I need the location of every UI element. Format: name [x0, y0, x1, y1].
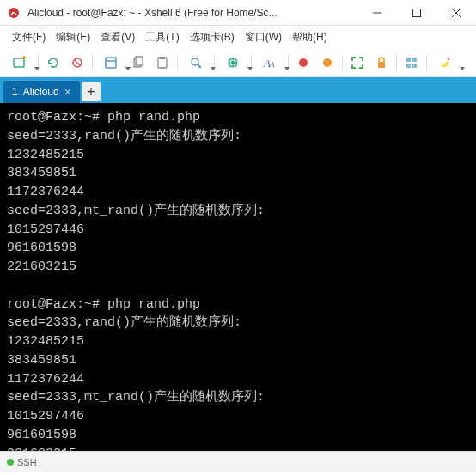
highlight-button[interactable] — [430, 52, 460, 74]
svg-rect-8 — [106, 58, 116, 68]
tab-label: Alicloud — [23, 86, 59, 98]
terminal-line: root@Fazx:~# php rand.php — [7, 108, 469, 127]
terminal-line: 1232485215 — [7, 146, 469, 165]
terminal-line: 221603215 — [7, 258, 469, 277]
tab-index: 1 — [12, 86, 18, 98]
toolbar-separator — [342, 54, 343, 71]
terminal-line: seed=2333,rand()产生的随机数序列: — [7, 314, 469, 332]
svg-point-21 — [299, 58, 308, 67]
toolbar-separator — [426, 54, 427, 71]
svg-rect-11 — [136, 57, 143, 65]
window-title: Alicloud - root@Fazx: ~ - Xshell 6 (Free… — [27, 7, 357, 19]
new-session-button[interactable] — [5, 52, 34, 74]
terminal-line: 1172376244 — [7, 183, 469, 202]
toolbar: AA — [0, 48, 476, 77]
terminal-line: 961601598 — [7, 239, 469, 258]
menu-window[interactable]: 窗口(W) — [240, 27, 287, 47]
svg-rect-23 — [378, 62, 385, 68]
menubar: 文件(F) 编辑(E) 查看(V) 工具(T) 选项卡(B) 窗口(W) 帮助(… — [0, 26, 476, 48]
terminal-line: seed=2333,mt_rand()产生的随机数序列: — [7, 388, 469, 407]
svg-rect-5 — [14, 58, 24, 67]
minimize-button[interactable] — [357, 0, 397, 26]
chevron-down-icon — [284, 67, 290, 70]
terminal-line: root@Fazx:~# php rand.php — [7, 295, 469, 314]
tabbar: 1 Alicloud × + — [0, 77, 476, 103]
svg-rect-13 — [160, 57, 165, 59]
terminal[interactable]: root@Fazx:~# php rand.phpseed=2333,rand(… — [0, 103, 476, 451]
chevron-down-icon — [211, 67, 216, 70]
svg-point-16 — [228, 58, 238, 68]
status-dot-icon — [7, 459, 14, 466]
terminal-line: 1232485215 — [7, 332, 469, 351]
toolbar-separator — [92, 54, 93, 71]
menu-edit[interactable]: 编辑(E) — [51, 27, 95, 47]
grid-button[interactable] — [400, 52, 423, 74]
terminal-line: 383459851 — [7, 164, 469, 183]
close-button[interactable] — [436, 0, 476, 26]
terminal-line: seed=2333,rand()产生的随机数序列: — [7, 127, 469, 146]
properties-button[interactable] — [96, 52, 125, 74]
terminal-line — [7, 277, 469, 295]
terminal-line: 1172376244 — [7, 370, 469, 389]
svg-point-14 — [192, 58, 198, 65]
menu-tools[interactable]: 工具(T) — [140, 27, 184, 47]
svg-rect-24 — [406, 58, 411, 62]
terminal-line: 961601598 — [7, 426, 469, 445]
paste-button[interactable] — [151, 52, 174, 74]
app-icon — [5, 4, 22, 21]
menu-help[interactable]: 帮助(H) — [287, 27, 333, 47]
titlebar: Alicloud - root@Fazx: ~ - Xshell 6 (Free… — [0, 0, 476, 26]
status-ssh: SSH — [7, 457, 37, 467]
terminal-line: 221603215 — [7, 445, 469, 452]
svg-rect-2 — [413, 9, 421, 16]
red-circle-button[interactable] — [292, 52, 314, 74]
svg-rect-27 — [412, 64, 417, 68]
lock-button[interactable] — [370, 52, 393, 74]
svg-text:A: A — [269, 60, 275, 69]
menu-tabs[interactable]: 选项卡(B) — [185, 27, 240, 47]
copy-button[interactable] — [127, 52, 150, 74]
terminal-line: seed=2333,mt_rand()产生的随机数序列: — [7, 202, 469, 221]
menu-view[interactable]: 查看(V) — [95, 27, 140, 47]
chevron-down-icon — [460, 67, 465, 70]
chevron-down-icon — [34, 67, 40, 70]
reconnect-button[interactable] — [42, 52, 64, 74]
orange-circle-button[interactable] — [316, 52, 339, 74]
terminal-line: 1015297446 — [7, 407, 469, 426]
toolbar-separator — [177, 54, 178, 71]
chevron-down-icon — [247, 67, 253, 70]
maximize-button[interactable] — [397, 0, 436, 26]
svg-line-7 — [75, 60, 80, 65]
status-ssh-label: SSH — [17, 457, 37, 467]
fullscreen-button[interactable] — [346, 52, 369, 74]
font-button[interactable]: AA — [255, 52, 284, 74]
menu-file[interactable]: 文件(F) — [7, 27, 51, 47]
terminal-line: 1015297446 — [7, 221, 469, 240]
svg-point-22 — [323, 58, 332, 67]
svg-rect-25 — [412, 58, 417, 62]
disconnect-button[interactable] — [66, 52, 88, 74]
statusbar: SSH — [0, 451, 476, 472]
find-button[interactable] — [181, 52, 211, 74]
toolbar-separator — [396, 54, 397, 71]
new-tab-button[interactable]: + — [82, 82, 101, 101]
tab-close-button[interactable]: × — [64, 86, 71, 98]
globe-button[interactable] — [218, 52, 247, 74]
svg-rect-26 — [406, 64, 411, 68]
terminal-line: 383459851 — [7, 351, 469, 370]
svg-line-15 — [198, 64, 201, 68]
session-tab[interactable]: 1 Alicloud × — [3, 81, 80, 103]
